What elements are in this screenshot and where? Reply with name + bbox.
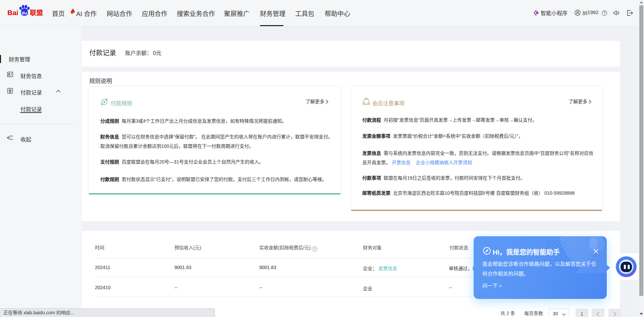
svg-text:联盟: 联盟 (30, 9, 43, 16)
svg-text:Bai: Bai (7, 9, 18, 16)
svg-text:du: du (22, 10, 28, 15)
